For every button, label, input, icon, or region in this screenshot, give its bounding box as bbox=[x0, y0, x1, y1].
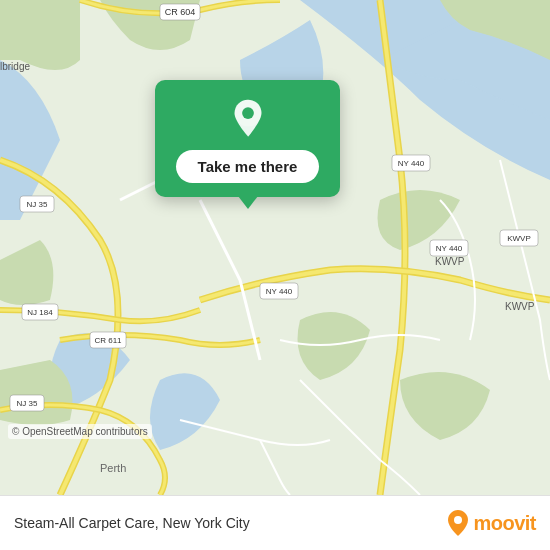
svg-text:Perth: Perth bbox=[100, 462, 126, 474]
svg-text:NJ 35: NJ 35 bbox=[27, 200, 48, 209]
take-me-there-button[interactable]: Take me there bbox=[176, 150, 320, 183]
svg-text:NY 440: NY 440 bbox=[398, 159, 425, 168]
location-label: Steam-All Carpet Care, New York City bbox=[14, 515, 439, 531]
moovit-brand-text: moovit bbox=[473, 512, 536, 535]
map-container: CR 604 NY 440 NY 440 NY 440 NJ 35 NJ 35 … bbox=[0, 0, 550, 495]
bottom-bar: Steam-All Carpet Care, New York City moo… bbox=[0, 495, 550, 550]
location-pin-icon bbox=[227, 98, 269, 140]
svg-text:NY 440: NY 440 bbox=[436, 244, 463, 253]
map-background: CR 604 NY 440 NY 440 NY 440 NJ 35 NJ 35 … bbox=[0, 0, 550, 495]
svg-text:CR 604: CR 604 bbox=[165, 7, 196, 17]
svg-text:lbridge: lbridge bbox=[0, 61, 30, 72]
popup-card: Take me there bbox=[155, 80, 340, 197]
moovit-pin-icon bbox=[447, 509, 469, 537]
svg-point-25 bbox=[454, 516, 462, 524]
svg-text:NJ 35: NJ 35 bbox=[17, 399, 38, 408]
svg-text:NY 440: NY 440 bbox=[266, 287, 293, 296]
svg-text:KWVP: KWVP bbox=[507, 234, 531, 243]
svg-text:KWVP: KWVP bbox=[505, 301, 535, 312]
svg-text:CR 611: CR 611 bbox=[94, 336, 122, 345]
svg-text:KWVP: KWVP bbox=[435, 256, 465, 267]
svg-point-24 bbox=[242, 107, 254, 119]
svg-text:NJ 184: NJ 184 bbox=[27, 308, 53, 317]
osm-attribution: © OpenStreetMap contributors bbox=[8, 424, 152, 439]
moovit-logo: moovit bbox=[447, 509, 536, 537]
